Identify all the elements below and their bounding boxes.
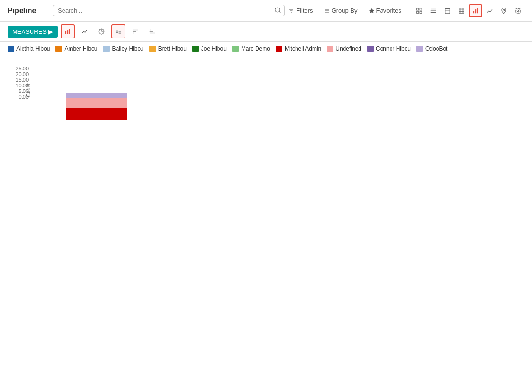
- legend-label: Connor Hibou: [376, 46, 411, 52]
- svg-rect-28: [69, 29, 70, 34]
- group-by-label: Group By: [332, 7, 358, 14]
- legend-label: Undefined: [336, 46, 361, 52]
- search-input[interactable]: [53, 5, 285, 16]
- legend-item: Mitchell Admin: [276, 46, 321, 52]
- svg-point-25: [517, 10, 519, 12]
- legend-label: Bailey Hibou: [112, 46, 143, 52]
- legend-label: OdooBot: [425, 46, 447, 52]
- group-by-button[interactable]: Group By: [321, 5, 361, 16]
- svg-rect-8: [420, 11, 422, 13]
- settings-view-button[interactable]: [511, 4, 524, 17]
- y-axis-label: 25.00: [16, 66, 29, 71]
- svg-rect-22: [475, 9, 476, 13]
- svg-rect-5: [417, 8, 419, 10]
- bar-chart-view-button[interactable]: [469, 4, 482, 17]
- bar-segment[interactable]: [66, 93, 127, 98]
- legend-item: Brett Hibou: [149, 46, 187, 52]
- bars-container: [32, 64, 524, 120]
- bar-segment[interactable]: [66, 98, 127, 108]
- stacked-tool-button[interactable]: [111, 24, 125, 38]
- measures-button[interactable]: MEASURES ▶: [8, 26, 58, 38]
- legend-color-swatch: [232, 46, 239, 52]
- svg-rect-23: [477, 8, 478, 13]
- svg-rect-30: [116, 31, 118, 32]
- legend-item: Joe Hibou: [192, 46, 227, 52]
- table-view-button[interactable]: [455, 4, 468, 17]
- right-actions: Filters Group By Favorites: [285, 4, 524, 17]
- legend-color-swatch: [327, 46, 333, 52]
- legend-color-swatch: [55, 46, 62, 52]
- bar-chart-tool-button[interactable]: [61, 24, 75, 38]
- kanban-view-button[interactable]: [413, 4, 426, 17]
- search-bar: [53, 5, 285, 16]
- legend-item: Marc Demo: [232, 46, 270, 52]
- svg-point-0: [275, 8, 280, 12]
- legend-item: Bailey Hibou: [103, 46, 143, 52]
- descending-tool-button[interactable]: [128, 24, 142, 38]
- ascending-tool-button[interactable]: [145, 24, 159, 38]
- app-title: Pipeline: [8, 7, 45, 15]
- line-chart-view-button[interactable]: [483, 4, 496, 17]
- legend-color-swatch: [192, 46, 199, 52]
- legend-color-swatch: [8, 46, 14, 52]
- svg-rect-29: [116, 32, 118, 33]
- filters-button[interactable]: Filters: [285, 5, 316, 16]
- svg-rect-16: [459, 8, 464, 13]
- legend-color-swatch: [416, 46, 423, 52]
- svg-rect-6: [420, 8, 422, 10]
- top-bar: Pipeline Filters Group By Favorites: [0, 0, 532, 22]
- legend-label: Joe Hibou: [201, 46, 227, 52]
- svg-rect-26: [65, 31, 66, 34]
- favorites-button[interactable]: Favorites: [365, 5, 405, 16]
- pie-chart-tool-button[interactable]: [94, 24, 109, 38]
- legend-color-swatch: [149, 46, 156, 52]
- legend-item: Alethia Hibou: [8, 46, 50, 52]
- legend-label: Brett Hibou: [158, 46, 187, 52]
- chart-area: 25.0020.0015.0010.005.000.00 Count NewQu…: [0, 56, 532, 120]
- legend-label: Amber Hibou: [64, 46, 97, 52]
- legend-item: Undefined: [327, 46, 361, 52]
- filters-label: Filters: [296, 7, 313, 14]
- svg-rect-31: [116, 30, 118, 31]
- svg-rect-21: [473, 11, 474, 13]
- calendar-view-button[interactable]: [441, 4, 454, 17]
- svg-rect-7: [417, 11, 419, 13]
- toolbar: MEASURES ▶: [0, 22, 532, 42]
- legend-item: Connor Hibou: [367, 46, 411, 52]
- bar-segment[interactable]: [66, 108, 127, 120]
- legend-label: Marc Demo: [241, 46, 270, 52]
- chart-inner: Count NewQualifiedPropositionWonUndefine…: [32, 64, 524, 116]
- measures-arrow: ▶: [48, 28, 53, 35]
- legend-item: Amber Hibou: [55, 46, 97, 52]
- legend-color-swatch: [367, 46, 374, 52]
- svg-rect-27: [67, 30, 68, 34]
- legend-color-swatch: [276, 46, 282, 52]
- legend-label: Mitchell Admin: [285, 46, 321, 52]
- line-chart-tool-button[interactable]: [78, 24, 92, 38]
- legend-item: OdooBot: [416, 46, 447, 52]
- map-view-button[interactable]: [497, 4, 510, 17]
- list-view-button[interactable]: [427, 4, 440, 17]
- svg-point-24: [503, 9, 505, 11]
- legend-bar: Alethia Hibou Amber Hibou Bailey Hibou B…: [0, 42, 532, 56]
- svg-rect-33: [119, 31, 121, 32]
- svg-line-1: [279, 11, 281, 13]
- y-axis-label: 15.00: [16, 77, 29, 83]
- y-axis-label: 20.00: [16, 71, 29, 77]
- legend-label: Alethia Hibou: [16, 46, 50, 52]
- svg-rect-12: [445, 8, 450, 13]
- y-axis-title: Count: [25, 83, 31, 97]
- measures-label: MEASURES: [12, 28, 47, 35]
- search-icon: [274, 7, 281, 15]
- favorites-label: Favorites: [376, 7, 401, 14]
- legend-color-swatch: [103, 46, 110, 52]
- bar-group: [66, 93, 127, 120]
- svg-rect-32: [119, 33, 121, 34]
- view-icons: [413, 4, 524, 17]
